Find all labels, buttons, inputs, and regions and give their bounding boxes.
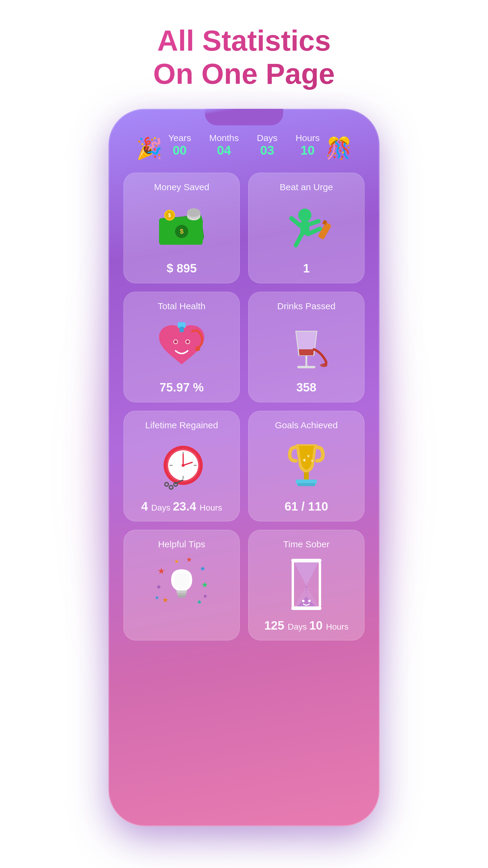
svg-text:★: ★ [200,565,206,572]
svg-point-43 [165,483,168,486]
svg-point-26 [195,346,200,351]
svg-rect-65 [291,559,321,562]
timer-unit-years: Years 00 [168,133,191,158]
card-beat-urge[interactable]: Beat an Urge [248,173,364,283]
card-lifetime-regained[interactable]: Lifetime Regained [124,411,240,521]
sober-hours: 10 [310,619,326,632]
svg-rect-63 [177,593,186,595]
svg-point-42 [169,486,173,489]
svg-line-17 [308,229,320,234]
lifetime-hours: 23.4 [173,500,200,513]
card-time-sober[interactable]: Time Sober [248,530,364,641]
timer-unit-days: Days 03 [257,133,278,158]
svg-rect-25 [180,327,184,332]
stats-grid: Money Saved $ [124,173,364,641]
drinks-passed-icon [276,316,336,376]
svg-text:★: ★ [197,598,202,605]
svg-point-23 [186,340,189,343]
svg-point-73 [306,592,307,593]
lifetime-value: 4 Days 23.4 Hours [141,500,222,513]
svg-rect-28 [297,366,315,368]
svg-point-72 [305,589,307,591]
page-title: All Statistics On One Page [153,24,335,91]
party-right-icon: 🎊 [326,136,352,161]
svg-point-29 [320,364,327,367]
timer-row: 🎉 Years 00 Months 04 Days 03 Hours 10 [124,133,364,161]
svg-line-16 [296,234,302,245]
svg-rect-62 [176,590,187,593]
svg-rect-47 [296,479,317,484]
svg-point-69 [302,600,304,602]
card-money-saved[interactable]: Money Saved $ [124,173,240,283]
timer-units: Years 00 Months 04 Days 03 Hours 10 [168,133,320,158]
svg-text:★: ★ [162,596,169,604]
goals-achieved-icon: ✦ ✦ ✦ [276,435,336,495]
svg-rect-48 [297,483,315,486]
lifetime-days: 4 [141,500,151,513]
svg-text:✦: ✦ [306,454,310,459]
svg-rect-64 [178,595,186,598]
svg-rect-46 [304,472,309,480]
svg-point-8 [187,208,200,217]
helpful-tips-icon: ★ ★ ★ ★ ★ ★ ★ ★ ★ ★ [152,554,212,615]
svg-text:★: ★ [158,566,165,576]
svg-text:$: $ [180,227,184,235]
lifetime-regained-icon [152,435,212,495]
svg-text:★: ★ [174,558,179,564]
svg-rect-66 [291,607,321,610]
card-goals-achieved[interactable]: Goals Achieved [248,411,364,521]
svg-text:★: ★ [155,595,159,601]
svg-line-15 [310,221,318,224]
svg-point-70 [308,600,311,602]
time-sober-icon [276,554,336,615]
phone-notch [205,109,283,125]
card-total-health[interactable]: Total Health [124,292,240,402]
phone-frame: 🎉 Years 00 Months 04 Days 03 Hours 10 [108,109,380,832]
svg-line-14 [291,218,300,226]
money-saved-icon: $ $ [152,197,212,257]
timer-unit-hours: Hours 10 [295,133,320,158]
beat-urge-icon [276,197,336,257]
card-drinks-passed[interactable]: Drinks Passed [248,292,364,402]
sober-days: 125 [264,619,288,632]
svg-text:★: ★ [156,584,161,590]
party-left-icon: 🎉 [136,136,162,161]
svg-text:✦: ✦ [310,458,314,463]
svg-point-40 [182,464,185,467]
sober-value: 125 Days 10 Hours [264,619,349,632]
timer-unit-months: Months 04 [209,133,238,158]
svg-point-71 [305,586,307,588]
card-helpful-tips[interactable]: Helpful Tips ★ ★ ★ ★ ★ ★ ★ ★ ★ ★ [124,530,240,641]
svg-text:$: $ [168,213,171,218]
svg-point-12 [298,209,312,222]
svg-text:★: ★ [201,580,208,589]
svg-point-21 [174,340,177,343]
svg-text:★: ★ [186,556,192,563]
svg-text:★: ★ [203,593,207,599]
total-health-icon [152,316,212,376]
